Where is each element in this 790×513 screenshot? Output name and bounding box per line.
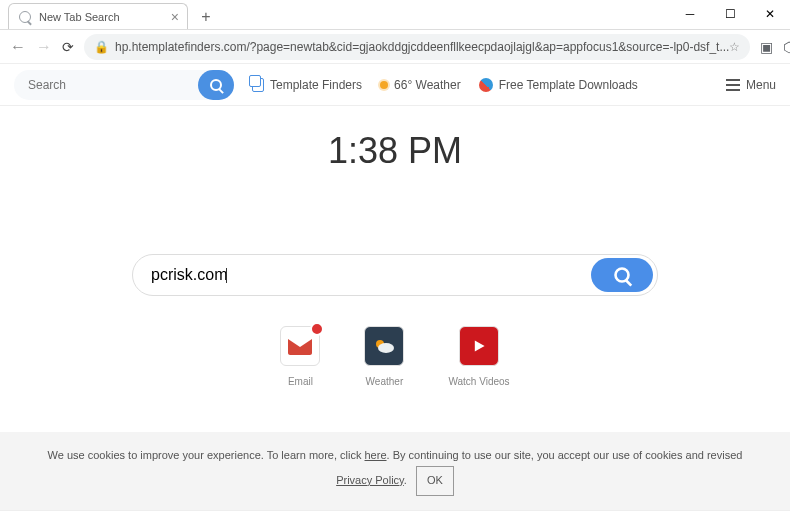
extension-icon[interactable]: ▣ <box>760 39 773 55</box>
maximize-button[interactable]: ☐ <box>710 0 750 28</box>
document-icon <box>252 78 264 92</box>
tile-label: Email <box>288 376 313 387</box>
tile-label: Watch Videos <box>448 376 509 387</box>
menu-button[interactable]: Menu <box>726 78 776 92</box>
toolbar-search-button[interactable] <box>198 70 234 100</box>
main-search-button[interactable] <box>591 258 653 292</box>
toolbar-search[interactable] <box>14 70 234 100</box>
lock-icon: 🔒 <box>94 40 109 54</box>
weather-tile[interactable]: Weather <box>364 326 404 387</box>
close-window-button[interactable]: ✕ <box>750 0 790 28</box>
learn-more-link[interactable]: here <box>365 449 387 461</box>
main-search-box[interactable]: pcrisk.com <box>132 254 658 296</box>
youtube-icon <box>459 326 499 366</box>
search-icon <box>19 11 31 23</box>
svg-point-2 <box>378 343 394 353</box>
page-toolbar: Template Finders 66° Weather Free Templa… <box>0 64 790 106</box>
toolbar-search-input[interactable] <box>28 78 198 92</box>
weather-link[interactable]: 66° Weather <box>380 78 461 92</box>
email-tile[interactable]: Email <box>280 326 320 387</box>
sun-icon <box>380 81 388 89</box>
main-content: 1:38 PM pcrisk.com Email Weather Watch V… <box>0 106 790 432</box>
window-controls: ─ ☐ ✕ <box>670 0 790 28</box>
quick-links: Email Weather Watch Videos <box>280 326 509 387</box>
template-finders-link[interactable]: Template Finders <box>252 78 362 92</box>
tile-label: Weather <box>366 376 404 387</box>
star-icon[interactable]: ☆ <box>729 40 740 54</box>
close-icon[interactable]: × <box>171 9 179 25</box>
forward-button[interactable]: → <box>36 38 52 56</box>
url-field[interactable]: 🔒 hp.htemplatefinders.com/?page=newtab&c… <box>84 34 750 60</box>
minimize-button[interactable]: ─ <box>670 0 710 28</box>
cookie-ok-button[interactable]: OK <box>416 466 454 496</box>
address-bar: ← → ⟳ 🔒 hp.htemplatefinders.com/?page=ne… <box>0 30 790 64</box>
notification-badge <box>310 322 324 336</box>
shield-icon[interactable]: ⬡ <box>783 39 790 55</box>
downloads-link[interactable]: Free Template Downloads <box>479 78 638 92</box>
reload-button[interactable]: ⟳ <box>62 39 74 55</box>
tab-title: New Tab Search <box>39 11 120 23</box>
window-titlebar: New Tab Search × + ─ ☐ ✕ <box>0 0 790 30</box>
back-button[interactable]: ← <box>10 38 26 56</box>
videos-tile[interactable]: Watch Videos <box>448 326 509 387</box>
browser-tab[interactable]: New Tab Search × <box>8 3 188 29</box>
url-text: hp.htemplatefinders.com/?page=newtab&cid… <box>115 40 729 54</box>
clock-display: 1:38 PM <box>328 130 462 172</box>
gmail-icon <box>280 326 320 366</box>
weather-icon <box>364 326 404 366</box>
page-footer: Template Finders Terms Privacy Uninstall… <box>0 510 790 513</box>
search-icon <box>614 267 630 283</box>
new-tab-button[interactable]: + <box>194 5 218 29</box>
search-icon <box>210 79 222 91</box>
download-icon <box>479 78 493 92</box>
hamburger-icon <box>726 79 740 91</box>
address-actions: ▣ ⬡ ⬣ <box>760 37 790 57</box>
cookie-banner: We use cookies to improve your experienc… <box>0 432 790 510</box>
privacy-policy-link[interactable]: Privacy Policy <box>336 474 404 486</box>
